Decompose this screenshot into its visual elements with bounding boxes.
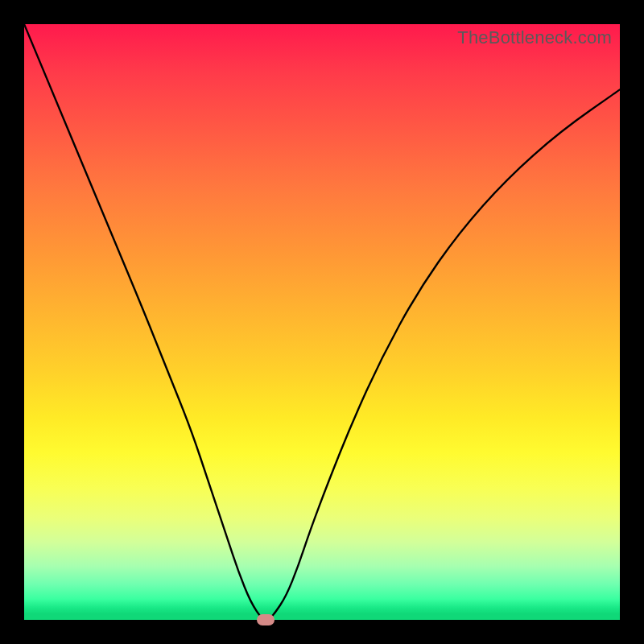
chart-frame: TheBottleneck.com	[0, 0, 644, 644]
optimal-marker	[257, 614, 275, 625]
bottleneck-curve	[24, 24, 620, 620]
plot-area: TheBottleneck.com	[24, 24, 620, 620]
